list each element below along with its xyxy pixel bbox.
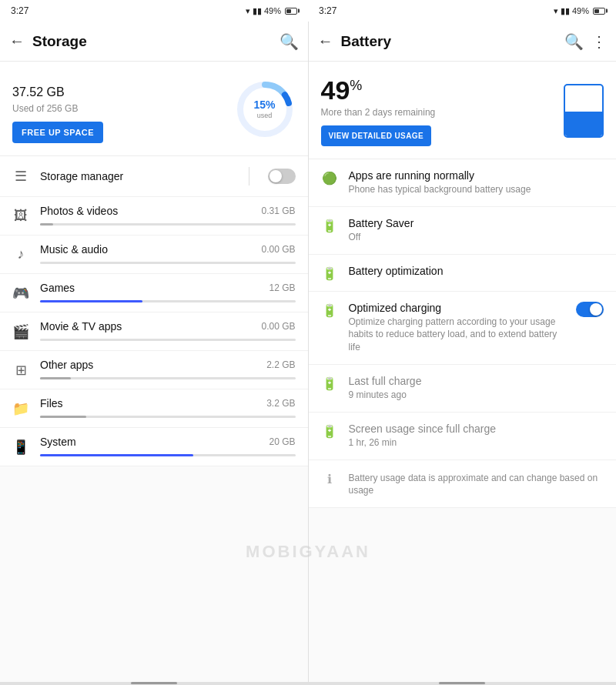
storage-item-icon-3: 🎬 bbox=[12, 323, 29, 340]
battery-item-6[interactable]: ℹ Battery usage data is approximate and … bbox=[309, 460, 617, 509]
battery-icon-right bbox=[593, 8, 605, 15]
progress-bar-fill-5 bbox=[40, 416, 86, 418]
battery-item-body-3: Optimized charging Optimize charging pat… bbox=[349, 302, 566, 354]
battery-toggle-wrap-3 bbox=[576, 302, 604, 317]
view-usage-button[interactable]: VIEW DETAILED USAGE bbox=[321, 125, 432, 146]
storage-item-top-4: Other apps 2.2 GB bbox=[40, 359, 296, 371]
battery-item-icon-6: ℹ bbox=[321, 472, 338, 486]
storage-size-num: 37.52 bbox=[12, 85, 43, 99]
storage-item-name-1: Music & audio bbox=[40, 243, 108, 256]
battery-search-icon[interactable]: 🔍 bbox=[564, 32, 584, 51]
battery-item-icon-1: 🔋 bbox=[321, 219, 338, 233]
storage-search-icon[interactable]: 🔍 bbox=[280, 32, 299, 51]
battery-remaining: More than 2 days remaining bbox=[321, 107, 552, 118]
progress-bar-bg-3 bbox=[40, 339, 296, 341]
battery-item-subtitle-3: Optimize charging pattern according to y… bbox=[349, 316, 566, 354]
battery-item-2[interactable]: 🔋 Battery optimization bbox=[309, 255, 617, 292]
storage-items-container: 🖼 Photos & videos 0.31 GB ♪ Music & audi… bbox=[0, 197, 308, 466]
battery-item-icon-0: 🟢 bbox=[321, 171, 338, 185]
signal-icon-r: ▮▮ bbox=[561, 6, 570, 16]
battery-more-icon[interactable]: ⋮ bbox=[591, 32, 607, 51]
battery-back-button[interactable]: ← bbox=[318, 32, 333, 50]
battery-item-icon-5: 🔋 bbox=[321, 424, 338, 439]
storage-item-top-6: System 20 GB bbox=[40, 436, 296, 448]
storage-item-body-2: Games 12 GB bbox=[40, 282, 296, 302]
storage-item-name-0: Photos & videos bbox=[40, 205, 118, 217]
storage-list: ☰ Storage manager 🖼 Photos & videos 0.31… bbox=[0, 156, 308, 682]
storage-item[interactable]: 📱 System 20 GB bbox=[0, 428, 308, 466]
storage-manager-label: Storage manager bbox=[40, 170, 238, 182]
storage-scroll-bar bbox=[131, 682, 177, 684]
battery-item-body-4: Last full charge 9 minutes ago bbox=[349, 375, 604, 402]
progress-bar-bg-5 bbox=[40, 416, 296, 418]
divider bbox=[249, 167, 249, 185]
battery-item-4[interactable]: 🔋 Last full charge 9 minutes ago bbox=[309, 365, 617, 413]
storage-item[interactable]: 🎬 Movie & TV apps 0.00 GB bbox=[0, 312, 308, 351]
battery-info: 49% More than 2 days remaining VIEW DETA… bbox=[321, 75, 552, 146]
storage-item-top-2: Games 12 GB bbox=[40, 282, 296, 294]
battery-item-title-5: Screen usage since full charge bbox=[349, 423, 604, 435]
panels-wrapper: MOBIGYAAN ← Storage 🔍 37.52 GB Used of 2… bbox=[0, 22, 616, 685]
battery-item-body-0: Apps are running normally Phone has typi… bbox=[349, 169, 604, 196]
storage-item-size-0: 0.31 GB bbox=[261, 206, 295, 216]
time-right: 3:27 bbox=[319, 5, 336, 16]
free-up-button[interactable]: FREE UP SPACE bbox=[12, 122, 103, 143]
status-icons-left: ▾ ▮▮ 49% bbox=[246, 6, 297, 16]
progress-bar-fill-2 bbox=[40, 300, 142, 302]
battery-item-body-1: Battery Saver Off bbox=[349, 217, 604, 244]
storage-back-button[interactable]: ← bbox=[9, 32, 25, 50]
battery-list: 🟢 Apps are running normally Phone has ty… bbox=[309, 159, 617, 682]
storage-item[interactable]: ⊞ Other apps 2.2 GB bbox=[0, 351, 308, 389]
battery-item-title-4: Last full charge bbox=[349, 375, 604, 387]
status-bar: 3:27 ▾ ▮▮ 49% 3:27 ▾ ▮▮ 49% bbox=[0, 0, 616, 22]
storage-title: Storage bbox=[32, 33, 272, 50]
battery-panel: ← Battery 🔍 ⋮ 49% More than 2 days remai… bbox=[309, 22, 617, 685]
battery-topbar: ← Battery 🔍 ⋮ bbox=[309, 22, 617, 62]
storage-item-name-2: Games bbox=[40, 282, 75, 294]
toggle-knob-3 bbox=[590, 303, 602, 316]
progress-bar-fill-6 bbox=[40, 454, 193, 456]
storage-item[interactable]: 🎮 Games 12 GB bbox=[0, 274, 308, 312]
battery-item-3[interactable]: 🔋 Optimized charging Optimize charging p… bbox=[309, 292, 617, 365]
storage-size-unit: GB bbox=[43, 85, 65, 99]
donut-chart: 15% used bbox=[234, 79, 296, 140]
battery-item-icon-2: 🔋 bbox=[321, 266, 338, 281]
battery-percent-num: 49 bbox=[321, 75, 350, 105]
battery-icon-large bbox=[564, 84, 604, 138]
panels: ← Storage 🔍 37.52 GB Used of 256 GB FREE… bbox=[0, 22, 616, 685]
signal-icon: ▮▮ bbox=[253, 6, 262, 16]
battery-scroll-indicator bbox=[309, 682, 617, 685]
storage-item-icon-5: 📁 bbox=[12, 400, 29, 417]
storage-item-size-2: 12 GB bbox=[269, 282, 295, 293]
storage-item[interactable]: 📁 Files 3.2 GB bbox=[0, 389, 308, 428]
battery-item-0[interactable]: 🟢 Apps are running normally Phone has ty… bbox=[309, 159, 617, 207]
storage-item-body-1: Music & audio 0.00 GB bbox=[40, 243, 296, 264]
battery-scroll-bar bbox=[439, 682, 485, 684]
battery-toggle-3[interactable] bbox=[576, 302, 604, 317]
progress-bar-bg-0 bbox=[40, 223, 296, 226]
storage-manager-toggle[interactable] bbox=[268, 169, 296, 184]
battery-item-5[interactable]: 🔋 Screen usage since full charge 1 hr, 2… bbox=[309, 413, 617, 460]
storage-manager-row[interactable]: ☰ Storage manager bbox=[0, 156, 308, 197]
storage-item-body-6: System 20 GB bbox=[40, 436, 296, 456]
storage-item-size-3: 0.00 GB bbox=[261, 321, 295, 332]
storage-item-body-5: Files 3.2 GB bbox=[40, 397, 296, 418]
storage-manager-icon: ☰ bbox=[12, 168, 29, 185]
storage-used-label: Used of 256 GB bbox=[12, 103, 219, 114]
storage-scroll-indicator bbox=[0, 682, 308, 685]
storage-item[interactable]: ♪ Music & audio 0.00 GB bbox=[0, 236, 308, 274]
storage-item-top-0: Photos & videos 0.31 GB bbox=[40, 205, 296, 217]
battery-fill bbox=[565, 112, 602, 136]
progress-bar-fill-0 bbox=[40, 223, 53, 226]
battery-items-container: 🟢 Apps are running normally Phone has ty… bbox=[309, 159, 617, 508]
progress-bar-bg-4 bbox=[40, 377, 296, 379]
battery-item-subtitle-5: 1 hr, 26 min bbox=[349, 436, 604, 449]
storage-item[interactable]: 🖼 Photos & videos 0.31 GB bbox=[0, 197, 308, 236]
battery-item-title-1: Battery Saver bbox=[349, 217, 604, 229]
battery-item-1[interactable]: 🔋 Battery Saver Off bbox=[309, 207, 617, 255]
battery-item-subtitle-0: Phone has typical background battery usa… bbox=[349, 183, 604, 196]
battery-item-title-0: Apps are running normally bbox=[349, 169, 604, 182]
storage-item-icon-6: 📱 bbox=[12, 439, 29, 456]
battery-percent-display: 49% bbox=[321, 75, 552, 105]
status-bar-left: 3:27 ▾ ▮▮ 49% bbox=[0, 0, 308, 22]
